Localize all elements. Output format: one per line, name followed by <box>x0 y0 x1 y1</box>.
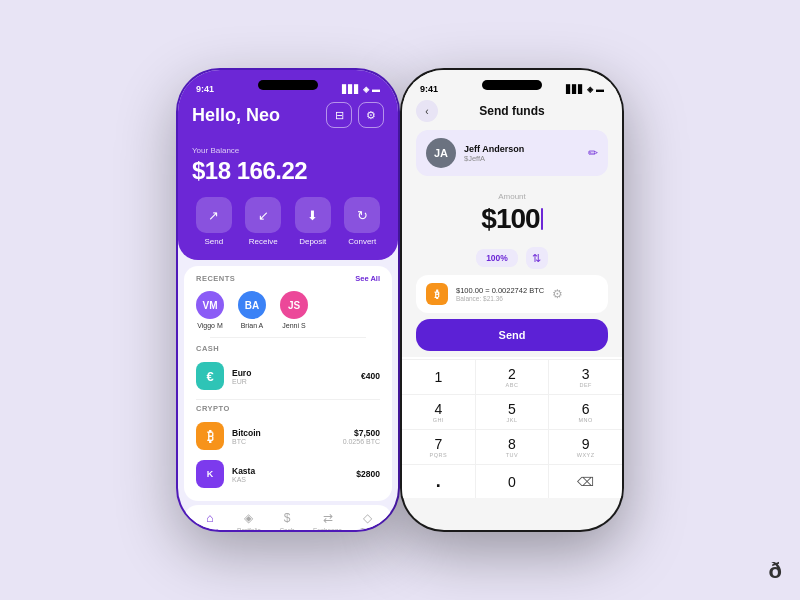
kasta-value: $2800 <box>356 469 380 479</box>
time-left: 9:41 <box>196 84 214 94</box>
receive-label: Receive <box>249 237 278 246</box>
send-funds-header: ‹ Send funds <box>402 98 622 124</box>
recent-item-jenni[interactable]: JS Jenni S <box>280 291 308 329</box>
cash-nav-icon: $ <box>284 511 291 525</box>
wifi-icon-left: ◈ <box>363 85 369 94</box>
conversion-row: ₿ $100.00 = 0.0022742 BTC Balance: $21.3… <box>416 275 608 313</box>
key-0[interactable]: 0 <box>476 465 550 498</box>
crypto-title: CRYPTO <box>196 404 380 413</box>
battery-icon-left: ▬ <box>372 85 380 94</box>
recipient-name: Jeff Anderson <box>464 144 580 154</box>
recent-name-viggo: Viggo M <box>197 322 223 329</box>
cursor <box>541 208 543 230</box>
wifi-icon-right: ◈ <box>587 85 593 94</box>
receive-action[interactable]: ↙ Receive <box>242 197 286 246</box>
amount-section: Amount $100 <box>402 182 622 241</box>
key-9[interactable]: 9 WXYZ <box>549 430 622 464</box>
btc-value: $7,500 <box>343 428 380 438</box>
btc-name: Bitcoin <box>232 428 335 438</box>
receive-icon: ↙ <box>245 197 281 233</box>
key-7[interactable]: 7 PQRS <box>402 430 476 464</box>
keypad-row-2: 4 GHI 5 JKL 6 MNO <box>402 394 622 429</box>
key-4[interactable]: 4 GHI <box>402 395 476 429</box>
conversion-balance: Balance: $21.36 <box>456 295 544 302</box>
nav-tiers[interactable]: ◇ Tiers <box>360 511 374 530</box>
keypad: 1 2 ABC 3 DEF 4 GHI <box>402 357 622 498</box>
amount-label: Amount <box>416 192 608 201</box>
swap-icon: ⇅ <box>532 252 541 265</box>
exchange-icon: ⇄ <box>323 511 333 525</box>
send-funds-title: Send funds <box>479 104 544 118</box>
recipient-card[interactable]: JA Jeff Anderson $JeffA ✏ <box>416 130 608 176</box>
back-button[interactable]: ‹ <box>416 100 438 122</box>
key-5[interactable]: 5 JKL <box>476 395 550 429</box>
key-3[interactable]: 3 DEF <box>549 360 622 394</box>
balance-label: Your Balance <box>192 146 384 155</box>
greeting-text: Hello, Neo <box>192 105 280 126</box>
keypad-row-3: 7 PQRS 8 TUV 9 WXYZ <box>402 429 622 464</box>
portfolio-icon: ◈ <box>244 511 253 525</box>
key-dot[interactable]: . <box>402 465 476 498</box>
conversion-text: $100.00 = 0.0022742 BTC <box>456 286 544 295</box>
nav-cash[interactable]: $ Cash <box>279 511 294 530</box>
percent-row: 100% ⇅ <box>402 247 622 269</box>
deposit-action[interactable]: ⬇ Deposit <box>291 197 335 246</box>
euro-name: Euro <box>232 368 353 378</box>
euro-value: €400 <box>361 371 380 381</box>
brand-logo: ð <box>769 558 782 584</box>
portfolio-nav-label: Portfolio <box>237 527 261 530</box>
nav-exchange[interactable]: ⇄ Exchange <box>313 511 342 530</box>
layout-icon-btn[interactable]: ⊟ <box>326 102 352 128</box>
kasta-icon: K <box>196 460 224 488</box>
right-phone: 9:41 ▋▋▋ ◈ ▬ ‹ Send funds JA Jeff Anders… <box>400 68 624 532</box>
edit-recipient-icon[interactable]: ✏ <box>588 146 598 160</box>
kasta-name: Kasta <box>232 466 348 476</box>
euro-item[interactable]: € Euro EUR €400 <box>196 357 380 395</box>
key-2[interactable]: 2 ABC <box>476 360 550 394</box>
tiers-icon: ◇ <box>363 511 372 525</box>
keypad-row-4: . 0 ⌫ <box>402 464 622 498</box>
convert-icon: ↻ <box>344 197 380 233</box>
key-8[interactable]: 8 TUV <box>476 430 550 464</box>
euro-icon: € <box>196 362 224 390</box>
keypad-row-1: 1 2 ABC 3 DEF <box>402 359 622 394</box>
key-delete[interactable]: ⌫ <box>549 465 622 498</box>
conversion-settings-icon[interactable]: ⚙ <box>552 287 563 301</box>
home-icon: ⌂ <box>206 511 213 525</box>
recent-avatar-jenni: JS <box>280 291 308 319</box>
dynamic-island-right <box>482 80 542 90</box>
home-nav-label: Home <box>201 527 218 530</box>
cash-title: CASH <box>196 344 380 353</box>
amount-value: $100 <box>416 203 608 235</box>
left-phone: 9:41 ▋▋▋ ◈ ▬ Hello, Neo ⊟ ⚙ <box>176 68 400 532</box>
nav-home[interactable]: ⌂ Home <box>201 511 218 530</box>
kasta-item[interactable]: K Kasta KAS $2800 <box>196 455 380 493</box>
send-icon: ↗ <box>196 197 232 233</box>
battery-icon-right: ▬ <box>596 85 604 94</box>
euro-code: EUR <box>232 378 353 385</box>
send-funds-button[interactable]: Send <box>416 319 608 351</box>
recent-item-viggo[interactable]: VM Viggo M <box>196 291 224 329</box>
swap-button[interactable]: ⇅ <box>526 247 548 269</box>
recipient-handle: $JeffA <box>464 154 580 163</box>
settings-icon-btn[interactable]: ⚙ <box>358 102 384 128</box>
convert-action[interactable]: ↻ Convert <box>341 197 385 246</box>
back-icon: ‹ <box>425 106 428 117</box>
recent-item-brian[interactable]: BA Brian A <box>238 291 266 329</box>
key-1[interactable]: 1 <box>402 360 476 394</box>
btc-code: BTC <box>232 438 335 445</box>
cash-nav-label: Cash <box>279 527 294 530</box>
deposit-icon: ⬇ <box>295 197 331 233</box>
send-action[interactable]: ↗ Send <box>192 197 236 246</box>
percent-100-button[interactable]: 100% <box>476 249 518 267</box>
tiers-nav-label: Tiers <box>360 527 374 530</box>
btc-sub: 0.0256 BTC <box>343 438 380 445</box>
conversion-btc-icon: ₿ <box>426 283 448 305</box>
bitcoin-item[interactable]: ₿ Bitcoin BTC $7,500 0.0256 BTC <box>196 417 380 455</box>
balance-amount: $18 166.22 <box>192 157 384 185</box>
signal-icon-right: ▋▋▋ <box>566 85 584 94</box>
recent-avatar-brian: BA <box>238 291 266 319</box>
key-6[interactable]: 6 MNO <box>549 395 622 429</box>
nav-portfolio[interactable]: ◈ Portfolio <box>237 511 261 530</box>
see-all-link[interactable]: See All <box>355 274 380 283</box>
